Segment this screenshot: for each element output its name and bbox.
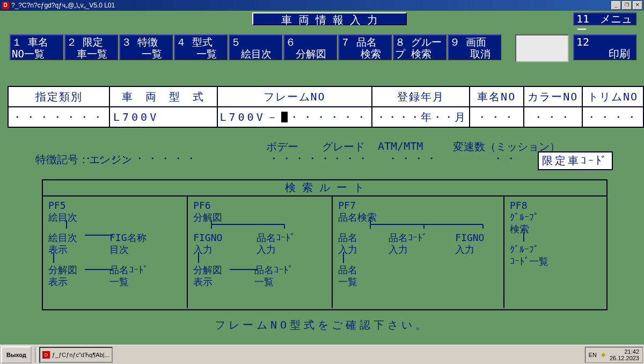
cell-carno[interactable]: ・・・ [470, 107, 524, 127]
pf6-title: 分解図 [193, 212, 326, 223]
pf7-r2c: 入力 [455, 244, 474, 255]
frame-cursor [281, 112, 288, 122]
pf6-r1a: FIGNO [193, 232, 222, 243]
th-color: カラーNO [524, 86, 582, 107]
pf7-r1c: FIGNO [455, 232, 484, 243]
start-button[interactable]: Выход [1, 346, 32, 363]
taskbar: Выход D ƒ_ƒCƒnƒc"dЋq¶Ab|... EN ◆ 21:42 2… [0, 345, 644, 364]
pf7-r2a: 入力 [338, 244, 357, 255]
window-titlebar: D ?_?C?n?cƒgd?qƒч„@„\„v„_V5.0 L01 _ ❐ ✕ [0, 0, 644, 11]
th-reg: 登録年月 [372, 86, 470, 107]
menu-4-button[interactable]: ４ 型式 一覧 [174, 34, 228, 60]
task-label: ƒ_ƒCƒnƒc"dЋq¶Ab|... [52, 352, 109, 358]
menu-1-button[interactable]: １ 車名 NO一覧 [10, 34, 63, 60]
feat-dots-3: ・・・ [332, 151, 370, 166]
menu-12-button[interactable]: 12 印刷 [573, 34, 636, 60]
pf6-r4a: 表示 [193, 276, 213, 287]
feat-dots-1: ・・・・・・・・・ [83, 151, 199, 166]
pf6-key: PF6 [193, 200, 326, 212]
menu-3-button[interactable]: ３ 特徴 一覧 [119, 34, 173, 60]
start-label: Выход [6, 352, 26, 358]
pf8-r1: ｸﾞﾙｰﾌﾟ [510, 244, 601, 256]
pf7-r1a: 品名 [338, 232, 357, 243]
pf6-r4b: 一覧 [254, 276, 274, 287]
app-content: 車両情報入力 11 メニュー １ 車名 NO一覧 ２ 限定 車一覧 ３ 特徴 一… [0, 11, 644, 344]
frame-dash: － [267, 110, 280, 125]
cell-model[interactable]: L700V [109, 107, 217, 127]
pf7-r4a: 一覧 [338, 276, 498, 288]
pf5-r3b: 品名ｺｰﾄﾞ [109, 264, 148, 275]
pf5-r4a: 表示 [48, 276, 68, 287]
pf5-r2a: 表示 [48, 244, 68, 255]
search-route-panel: 検索ルート PF5 絵目次 絵目次FIG名称 表示目次 [42, 179, 608, 310]
frame-prefix: L700V [220, 111, 266, 123]
route-col-pf5: PF5 絵目次 絵目次FIG名称 表示目次 分解図品名ｺｰﾄﾞ 表示一覧 [43, 196, 188, 308]
pf7-r2b: 入力 [389, 244, 408, 255]
app-icon: D [2, 2, 9, 9]
cell-reg[interactable]: ・・・・年・・月 [372, 107, 470, 127]
pf5-key: PF5 [48, 200, 181, 212]
tray-clock[interactable]: 21:42 26.12.2023 [610, 348, 639, 361]
page-title: 車両情報入力 [252, 12, 407, 25]
pf6-r2a: 入力 [193, 244, 213, 255]
tray-shield-icon[interactable]: ◆ [601, 351, 605, 358]
menu-11-button[interactable]: 11 メニュー [573, 12, 636, 25]
taskbar-divider [35, 347, 38, 362]
pf6-r2b: 入力 [257, 244, 276, 255]
menu-9-button[interactable]: ９ 画面 取消 [448, 34, 501, 60]
taskbar-task[interactable]: D ƒ_ƒCƒnƒc"dЋq¶Ab|... [39, 347, 113, 363]
frame-rest: ・・・・・・ [289, 110, 369, 125]
pf5-title: 絵目次 [48, 212, 181, 223]
pf8-t1: ｸﾞﾙｰﾌﾟ [510, 212, 601, 223]
pf7-key: PF7 [338, 200, 498, 212]
menu-8-button[interactable]: ８ グルー プ 検索 [393, 34, 447, 60]
th-frame: フレームNO [217, 86, 372, 107]
cell-trim[interactable]: ・・・・ [582, 107, 643, 127]
pf8-r2: ｺｰﾄﾞ一覧 [510, 256, 601, 267]
route-col-pf6: PF6 分解図 FIGNO品名ｺｰﾄﾞ 入力入力 分解図品名ｺｰﾄﾞ 表示一覧 [188, 196, 333, 308]
pf6-r3a: 分解図 [193, 264, 222, 275]
route-title: 検索ルート [43, 180, 606, 196]
status-message: フレームNO型式をご確認下さい。 [0, 318, 644, 332]
pf5-r1a: 絵目次 [48, 232, 77, 243]
limited-car-code-button[interactable]: 限定車ｺｰﾄﾞ [538, 151, 613, 170]
pf8-t2: 検索 [510, 223, 601, 235]
route-col-pf8: PF8 ｸﾞﾙｰﾌﾟ 検索 ｸﾞﾙｰﾌﾟ ｺｰﾄﾞ一覧 [504, 196, 606, 308]
pf5-r4b: 一覧 [109, 276, 129, 287]
pf6-r1b: 品名ｺｰﾄﾞ [257, 232, 295, 243]
cell-shitei[interactable]: ・・・・・・・ [8, 107, 109, 127]
menu-2-button[interactable]: ２ 限定 車一覧 [64, 34, 118, 60]
pf5-r1b: FIG名称 [109, 232, 147, 243]
cell-color[interactable]: ・・・ [524, 107, 582, 127]
minimize-button[interactable]: _ [611, 1, 621, 10]
pf8-key: PF8 [510, 200, 601, 212]
menu-empty-slot [515, 34, 569, 62]
task-icon: D [42, 351, 50, 359]
feat-dots-2: ・・・・・ [268, 151, 333, 166]
pf7-r1b: 品名ｺｰﾄﾞ [389, 232, 427, 243]
window-title: ?_?C?n?cƒgd?qƒч„@„\„v„_V5.0 L01 [11, 2, 115, 9]
menu-7-button[interactable]: ７ 品名 検索 [338, 34, 392, 60]
th-trim: トリムNO [582, 86, 643, 107]
top-menu-row: １ 車名 NO一覧 ２ 限定 車一覧 ３ 特徴 一覧 ４ 型式 一覧 ５ 絵目次… [10, 34, 501, 60]
feat-atm: ATM/MTM [378, 140, 423, 152]
menu-5-button[interactable]: ５ 絵目次 [229, 34, 282, 60]
table-row: ・・・・・・・ L700V L700V － ・・・・・・ ・・・・年・・月 ・・… [8, 107, 643, 127]
menu-6-button[interactable]: ６ 分解図 [283, 34, 337, 60]
route-col-pf7: PF7 品名検索 品名品名ｺｰﾄﾞFIGNO 入力入力入力 品名 一覧 [333, 196, 504, 308]
pf5-r3a: 分解図 [48, 264, 77, 275]
maximize-button[interactable]: ❐ [622, 1, 632, 10]
tray-time: 21:42 [610, 348, 639, 355]
th-carno: 車名NO [470, 86, 524, 107]
vehicle-table: 指定類別 車 両 型 式 フレームNO 登録年月 車名NO カラーNO トリムN… [8, 86, 644, 128]
th-model: 車 両 型 式 [109, 86, 217, 107]
pf7-title: 品名検索 [338, 212, 498, 223]
feat-dots-4: ・・・・ [387, 151, 439, 166]
close-button[interactable]: ✕ [633, 1, 642, 10]
th-shitei: 指定類別 [8, 86, 109, 107]
cell-frame[interactable]: L700V － ・・・・・・ [217, 107, 372, 127]
tray-lang[interactable]: EN [589, 352, 597, 358]
pf7-r3a: 品名 [338, 264, 498, 276]
system-tray: EN ◆ 21:42 26.12.2023 [585, 347, 643, 363]
tray-date: 26.12.2023 [610, 355, 639, 361]
